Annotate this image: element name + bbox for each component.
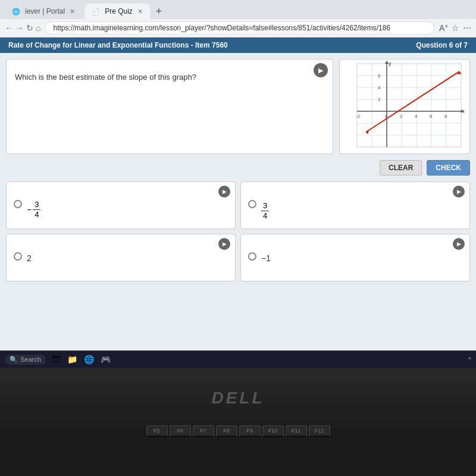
favorites-button[interactable]: ☆ [452, 23, 459, 33]
taskbar-icon-folder[interactable]: 📁 [66, 353, 79, 366]
dell-logo: DELL [211, 389, 264, 408]
address-input[interactable]: https://math.imaginelearning.com/lesson_… [45, 21, 434, 35]
answer-number-d: −1 [261, 253, 271, 263]
answer-audio-c[interactable]: ▶ [218, 238, 230, 250]
fraction-den-a: 4 [33, 210, 40, 220]
answer-content-a: − 3 4 [27, 188, 228, 219]
taskbar-icon-game[interactable]: 🎮 [99, 353, 112, 366]
tab-label-quiz: Pre Quiz [105, 7, 133, 15]
quiz-title: Rate of Change for Linear and Exponentia… [8, 41, 228, 49]
taskbar-chevron: ^ [468, 356, 471, 363]
address-bar: ← → ↻ ⌂ https://math.imaginelearning.com… [0, 19, 476, 37]
refresh-button[interactable]: ↻ [26, 23, 33, 33]
taskbar: 🔍 Search 🗔 📁 🌐 🎮 ^ [0, 350, 476, 368]
tab-close-portal[interactable]: ✕ [70, 8, 75, 15]
answer-card-c: ▶ 2 [6, 234, 236, 281]
tab-quiz[interactable]: 📄 Pre Quiz ✕ [84, 4, 150, 19]
svg-text:4: 4 [378, 85, 381, 90]
search-label: Search [20, 356, 41, 363]
svg-text:4: 4 [415, 114, 418, 119]
taskbar-icon-window[interactable]: 🗔 [49, 353, 62, 366]
graph-svg: x y -2 2 4 6 8 0 2 4 6 [345, 61, 464, 153]
settings-button[interactable]: ⋯ [463, 23, 471, 33]
answer-content-b: 3 4 [261, 188, 462, 220]
svg-text:6: 6 [378, 73, 381, 79]
answer-card-a: ▶ − 3 4 [6, 181, 236, 229]
tab-favicon-portal: 🌐 [12, 8, 20, 15]
taskbar-icon-browser[interactable]: 🌐 [83, 353, 96, 366]
answer-radio-d[interactable] [248, 252, 256, 261]
nav-buttons: ← → ↻ ⌂ [5, 23, 40, 33]
answer-radio-a[interactable] [14, 200, 22, 208]
question-section: ▶ Which is the best estimate of the slop… [6, 59, 470, 154]
question-counter: Question 6 of 7 [416, 41, 468, 49]
browser-window: 🌐 iever | Portal ✕ 📄 Pre Quiz ✕ + ← → ↻ … [0, 0, 476, 37]
key-f10[interactable]: F10 [262, 425, 284, 437]
graph-box: x y -2 2 4 6 8 0 2 4 6 [339, 59, 470, 154]
svg-rect-0 [357, 64, 461, 147]
tab-label-portal: iever | Portal [25, 7, 65, 15]
key-f5[interactable]: F5 [146, 425, 168, 437]
action-buttons: CLEAR CHECK [6, 160, 470, 176]
answer-audio-b[interactable]: ▶ [453, 186, 465, 198]
tab-portal[interactable]: 🌐 iever | Portal ✕ [5, 4, 82, 19]
svg-text:6: 6 [430, 114, 433, 119]
fraction-a: 3 4 [33, 200, 40, 219]
svg-text:-2: -2 [356, 114, 361, 119]
answer-audio-d[interactable]: ▶ [453, 238, 465, 250]
key-f6[interactable]: F6 [170, 425, 191, 437]
quiz-header: Rate of Change for Linear and Exponentia… [0, 37, 476, 53]
fraction-num-a: 3 [33, 200, 40, 210]
question-text-box: ▶ Which is the best estimate of the slop… [6, 59, 333, 154]
key-f9[interactable]: F9 [239, 425, 261, 437]
answer-content-d: −1 [261, 240, 462, 263]
key-f12[interactable]: F12 [309, 425, 330, 437]
key-f8[interactable]: F8 [216, 425, 237, 437]
answer-card-d: ▶ −1 [240, 234, 470, 281]
laptop-body: DELL F5 F6 F7 F8 F9 F10 F11 F12 [0, 368, 476, 476]
answer-number-c: 2 [27, 253, 32, 263]
svg-text:2: 2 [378, 97, 381, 102]
fraction-b: 3 4 [261, 201, 269, 220]
answer-card-b: ▶ 3 4 [240, 181, 470, 229]
key-f7[interactable]: F7 [193, 425, 214, 437]
svg-text:8: 8 [444, 114, 447, 119]
home-button[interactable]: ⌂ [36, 23, 40, 33]
answer-audio-a[interactable]: ▶ [218, 186, 230, 198]
question-audio-button[interactable]: ▶ [314, 63, 328, 77]
fraction-num-b: 3 [261, 201, 269, 211]
clear-button[interactable]: CLEAR [380, 160, 422, 176]
answers-grid: ▶ − 3 4 ▶ [6, 181, 470, 281]
svg-text:x: x [463, 108, 464, 114]
search-icon: 🔍 [10, 356, 18, 364]
keyboard-row: F5 F6 F7 F8 F9 F10 F11 F12 [146, 425, 330, 437]
tab-favicon-quiz: 📄 [92, 8, 100, 15]
svg-text:y: y [389, 61, 392, 67]
forward-button[interactable]: → [15, 23, 24, 33]
quiz-content: Rate of Change for Linear and Exponentia… [0, 37, 476, 368]
tab-bar: 🌐 iever | Portal ✕ 📄 Pre Quiz ✕ + [0, 0, 476, 19]
svg-text:2: 2 [400, 114, 403, 119]
quiz-body: ▶ Which is the best estimate of the slop… [0, 53, 476, 350]
back-button[interactable]: ← [5, 23, 13, 33]
new-tab-button[interactable]: + [152, 5, 166, 18]
answer-radio-c[interactable] [14, 252, 22, 261]
tab-close-quiz[interactable]: ✕ [137, 8, 143, 15]
key-f11[interactable]: F11 [286, 425, 307, 437]
question-text: Which is the best estimate of the slope … [15, 73, 324, 82]
browser-actions: A° ☆ ⋯ [439, 23, 471, 33]
taskbar-search[interactable]: 🔍 Search [5, 355, 46, 365]
extensions-button[interactable]: A° [439, 23, 448, 33]
check-button[interactable]: CHECK [427, 160, 470, 176]
answer-content-c: 2 [27, 240, 228, 263]
fraction-den-b: 4 [261, 211, 269, 221]
answer-radio-b[interactable] [248, 200, 256, 208]
